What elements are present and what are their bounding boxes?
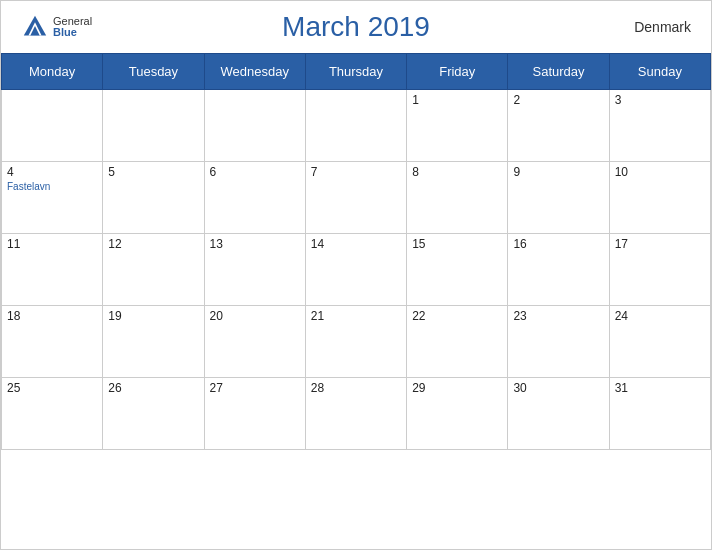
day-number: 8 xyxy=(412,165,502,179)
calendar-title: March 2019 xyxy=(282,11,430,43)
day-cell: 24 xyxy=(609,306,710,378)
day-number: 13 xyxy=(210,237,300,251)
col-friday: Friday xyxy=(407,54,508,90)
day-cell: 17 xyxy=(609,234,710,306)
day-cell xyxy=(103,90,204,162)
day-cell: 26 xyxy=(103,378,204,450)
day-cell: 19 xyxy=(103,306,204,378)
col-saturday: Saturday xyxy=(508,54,609,90)
day-number: 25 xyxy=(7,381,97,395)
day-number: 15 xyxy=(412,237,502,251)
day-cell: 1 xyxy=(407,90,508,162)
week-row-3: 18192021222324 xyxy=(2,306,711,378)
day-number: 5 xyxy=(108,165,198,179)
day-number: 30 xyxy=(513,381,603,395)
col-monday: Monday xyxy=(2,54,103,90)
day-cell: 13 xyxy=(204,234,305,306)
day-cell xyxy=(204,90,305,162)
day-number: 16 xyxy=(513,237,603,251)
day-number: 31 xyxy=(615,381,705,395)
logo-text: General Blue xyxy=(53,16,92,38)
day-number: 17 xyxy=(615,237,705,251)
day-number: 22 xyxy=(412,309,502,323)
day-cell: 27 xyxy=(204,378,305,450)
logo-icon xyxy=(21,13,49,41)
day-cell: 2 xyxy=(508,90,609,162)
day-cell: 18 xyxy=(2,306,103,378)
day-cell: 4Fastelavn xyxy=(2,162,103,234)
day-number: 26 xyxy=(108,381,198,395)
day-number: 11 xyxy=(7,237,97,251)
day-number: 23 xyxy=(513,309,603,323)
day-number: 4 xyxy=(7,165,97,179)
day-number: 29 xyxy=(412,381,502,395)
day-number: 27 xyxy=(210,381,300,395)
day-cell: 7 xyxy=(305,162,406,234)
calendar-header: General Blue March 2019 Denmark xyxy=(1,1,711,53)
day-cell: 14 xyxy=(305,234,406,306)
day-cell: 22 xyxy=(407,306,508,378)
day-cell: 8 xyxy=(407,162,508,234)
day-cell: 10 xyxy=(609,162,710,234)
day-number: 18 xyxy=(7,309,97,323)
day-number: 24 xyxy=(615,309,705,323)
week-row-4: 25262728293031 xyxy=(2,378,711,450)
country-label: Denmark xyxy=(634,19,691,35)
day-number: 6 xyxy=(210,165,300,179)
col-tuesday: Tuesday xyxy=(103,54,204,90)
day-number: 12 xyxy=(108,237,198,251)
calendar-container: General Blue March 2019 Denmark Monday T… xyxy=(0,0,712,550)
day-number: 2 xyxy=(513,93,603,107)
day-cell: 21 xyxy=(305,306,406,378)
day-number: 20 xyxy=(210,309,300,323)
day-number: 21 xyxy=(311,309,401,323)
logo-area: General Blue xyxy=(21,13,92,41)
day-number: 3 xyxy=(615,93,705,107)
day-number: 7 xyxy=(311,165,401,179)
day-number: 28 xyxy=(311,381,401,395)
calendar-body: 1234Fastelavn567891011121314151617181920… xyxy=(2,90,711,450)
day-cell: 6 xyxy=(204,162,305,234)
day-cell: 11 xyxy=(2,234,103,306)
week-row-1: 4Fastelavn5678910 xyxy=(2,162,711,234)
day-number: 1 xyxy=(412,93,502,107)
weekday-header-row: Monday Tuesday Wednesday Thursday Friday… xyxy=(2,54,711,90)
day-cell: 16 xyxy=(508,234,609,306)
col-wednesday: Wednesday xyxy=(204,54,305,90)
day-number: 10 xyxy=(615,165,705,179)
holiday-text: Fastelavn xyxy=(7,181,97,192)
week-row-2: 11121314151617 xyxy=(2,234,711,306)
day-cell: 5 xyxy=(103,162,204,234)
day-cell: 15 xyxy=(407,234,508,306)
day-cell: 12 xyxy=(103,234,204,306)
day-cell: 20 xyxy=(204,306,305,378)
day-number: 9 xyxy=(513,165,603,179)
col-sunday: Sunday xyxy=(609,54,710,90)
day-cell: 31 xyxy=(609,378,710,450)
calendar-grid: Monday Tuesday Wednesday Thursday Friday… xyxy=(1,53,711,450)
day-number: 19 xyxy=(108,309,198,323)
week-row-0: 123 xyxy=(2,90,711,162)
day-cell xyxy=(2,90,103,162)
day-cell: 23 xyxy=(508,306,609,378)
logo-blue: Blue xyxy=(53,27,92,38)
day-cell: 28 xyxy=(305,378,406,450)
day-cell: 25 xyxy=(2,378,103,450)
day-cell: 29 xyxy=(407,378,508,450)
day-cell: 9 xyxy=(508,162,609,234)
day-cell: 3 xyxy=(609,90,710,162)
day-cell: 30 xyxy=(508,378,609,450)
col-thursday: Thursday xyxy=(305,54,406,90)
day-cell xyxy=(305,90,406,162)
day-number: 14 xyxy=(311,237,401,251)
